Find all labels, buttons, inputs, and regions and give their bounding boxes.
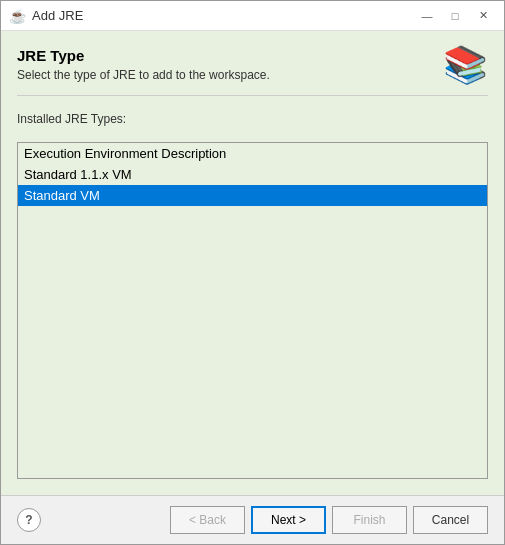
header-icon: 📚 <box>443 47 488 83</box>
maximize-button[interactable]: □ <box>442 6 468 26</box>
divider <box>17 95 488 96</box>
bottom-bar: ? < Back Next > Finish Cancel <box>1 495 504 544</box>
minimize-button[interactable]: — <box>414 6 440 26</box>
list-item[interactable]: Standard 1.1.x VM <box>18 164 487 185</box>
next-button[interactable]: Next > <box>251 506 326 534</box>
jre-types-list[interactable]: Execution Environment Description Standa… <box>17 142 488 479</box>
jre-type-title: JRE Type <box>17 47 443 64</box>
back-button[interactable]: < Back <box>170 506 245 534</box>
window-title: Add JRE <box>32 8 83 23</box>
list-item[interactable]: Execution Environment Description <box>18 143 487 164</box>
bottom-right: < Back Next > Finish Cancel <box>170 506 488 534</box>
finish-button[interactable]: Finish <box>332 506 407 534</box>
help-button[interactable]: ? <box>17 508 41 532</box>
title-bar-controls: — □ ✕ <box>414 6 496 26</box>
jre-type-subtitle: Select the type of JRE to add to the wor… <box>17 68 443 82</box>
window-icon: ☕ <box>9 8 26 24</box>
add-jre-window: ☕ Add JRE — □ ✕ JRE Type Select the type… <box>0 0 505 545</box>
header-text: JRE Type Select the type of JRE to add t… <box>17 47 443 82</box>
list-item-selected[interactable]: Standard VM <box>18 185 487 206</box>
close-button[interactable]: ✕ <box>470 6 496 26</box>
title-bar: ☕ Add JRE — □ ✕ <box>1 1 504 31</box>
bottom-left: ? <box>17 508 41 532</box>
content-area: JRE Type Select the type of JRE to add t… <box>1 31 504 495</box>
cancel-button[interactable]: Cancel <box>413 506 488 534</box>
title-bar-left: ☕ Add JRE <box>9 8 83 24</box>
header-section: JRE Type Select the type of JRE to add t… <box>17 47 488 83</box>
list-label: Installed JRE Types: <box>17 112 488 126</box>
